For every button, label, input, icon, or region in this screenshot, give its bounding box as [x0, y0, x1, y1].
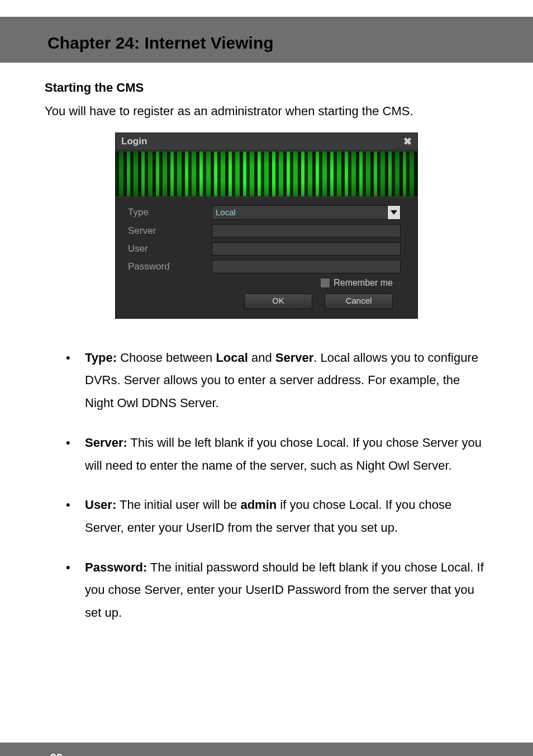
chevron-down-icon[interactable]: [387, 205, 401, 220]
intro-text: You will have to register as an administ…: [45, 103, 488, 120]
login-dialog-title: Login: [121, 136, 147, 147]
login-dialog: Login ✖ Type Local: [115, 133, 418, 319]
description-list: Type: Choose between Local and Server. L…: [45, 347, 488, 625]
remember-row: Remember me: [128, 278, 405, 288]
bullet-password-lead: Password:: [85, 560, 147, 574]
bullet-type-t1: Choose between: [117, 351, 216, 365]
bullet-type-lead: Type:: [85, 351, 117, 365]
bullet-user-t1: The initial user will be: [116, 498, 240, 512]
bullet-type-b2: Server: [275, 351, 314, 365]
close-icon[interactable]: ✖: [403, 135, 412, 148]
bullet-type: Type: Choose between Local and Server. L…: [66, 347, 488, 415]
bullet-server-lead: Server:: [85, 436, 127, 450]
label-user: User: [128, 243, 212, 254]
svg-marker-0: [391, 210, 397, 215]
bullet-user-b1: admin: [240, 498, 277, 512]
label-server: Server: [128, 225, 212, 237]
document-page: Chapter 24: Internet Viewing Starting th…: [0, 17, 533, 756]
label-type: Type: [128, 207, 212, 218]
remember-label: Remember me: [334, 278, 393, 288]
row-type: Type Local: [128, 205, 405, 220]
bullet-type-b1: Local: [216, 351, 248, 365]
content-area: Starting the CMS You will have to regist…: [0, 63, 533, 625]
bullet-type-t2: and: [248, 351, 275, 365]
server-input[interactable]: [212, 224, 401, 238]
login-banner-graphic: [116, 150, 417, 197]
chapter-title: Chapter 24: Internet Viewing: [17, 34, 516, 53]
section-heading: Starting the CMS: [45, 81, 488, 95]
login-titlebar: Login ✖: [116, 133, 417, 150]
row-user: User: [128, 242, 405, 256]
row-server: Server: [128, 224, 405, 238]
bullet-user-lead: User:: [85, 498, 116, 512]
type-select[interactable]: Local: [212, 205, 401, 220]
cancel-button[interactable]: Cancel: [325, 294, 393, 309]
bullet-password: Password: The initial password should be…: [66, 556, 488, 625]
bullet-server: Server: This will be left blank if you c…: [66, 432, 488, 477]
dialog-button-row: OK Cancel: [128, 294, 405, 309]
row-password: Password: [128, 260, 405, 273]
footer-bar: 99: [0, 743, 533, 756]
label-password: Password: [128, 261, 212, 272]
remember-checkbox[interactable]: [320, 278, 330, 288]
login-form: Type Local Server: [116, 197, 417, 318]
password-input[interactable]: [212, 260, 401, 273]
chapter-header-bar: Chapter 24: Internet Viewing: [0, 17, 533, 63]
bullet-user: User: The initial user will be admin if …: [66, 494, 488, 539]
bullet-server-t1: This will be left blank if you chose Loc…: [85, 436, 482, 472]
type-select-value: Local: [212, 205, 401, 220]
page-number: 99: [0, 752, 63, 757]
user-input[interactable]: [212, 242, 401, 256]
ok-button[interactable]: OK: [244, 294, 312, 309]
